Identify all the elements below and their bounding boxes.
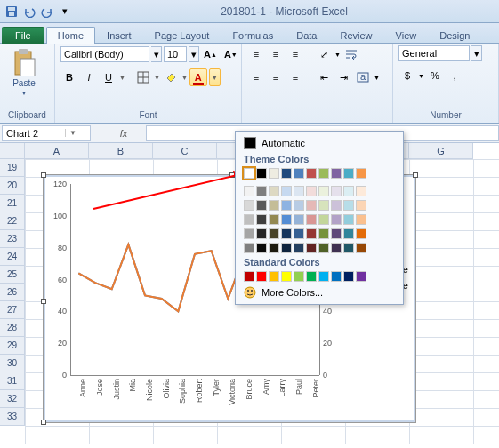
border-button[interactable] [134,68,152,86]
row-header[interactable]: 21 [0,195,25,212]
color-swatch[interactable] [281,186,292,196]
color-swatch[interactable] [306,271,317,282]
undo-icon[interactable] [21,4,37,20]
color-swatch[interactable] [256,186,267,196]
tab-data[interactable]: Data [285,27,328,44]
currency-button[interactable]: $ [398,67,416,84]
underline-button[interactable]: U [100,68,117,86]
fx-icon[interactable]: fx [115,128,133,139]
color-swatch[interactable] [281,228,292,239]
row-header[interactable]: 32 [0,390,25,408]
name-box-input[interactable] [3,128,65,139]
color-swatch[interactable] [331,168,342,179]
tab-file[interactable]: File [2,27,44,44]
color-swatch[interactable] [356,186,366,196]
more-colors-item[interactable]: More Colors... [238,284,400,301]
color-swatch[interactable] [281,168,292,179]
color-swatch[interactable] [269,186,279,196]
color-swatch[interactable] [343,200,354,211]
row-header[interactable]: 29 [0,337,25,355]
color-swatch[interactable] [244,214,254,225]
color-swatch[interactable] [306,228,317,239]
color-swatch[interactable] [343,168,354,179]
color-swatch[interactable] [269,200,279,211]
row-header[interactable]: 30 [0,355,25,372]
color-swatch[interactable] [356,271,366,282]
resize-handle[interactable] [41,420,46,425]
color-swatch[interactable] [356,168,366,179]
row-header[interactable]: 25 [0,266,25,284]
qat-dropdown-icon[interactable]: ▾ [57,4,73,20]
color-swatch[interactable] [294,243,304,253]
color-swatch[interactable] [269,228,279,239]
orientation-button[interactable]: ⤢ [315,45,333,63]
color-swatch[interactable] [244,168,254,179]
italic-button[interactable]: I [80,68,98,86]
decrease-indent-button[interactable]: ⇤ [315,68,333,86]
color-swatch[interactable] [343,186,354,196]
resize-handle[interactable] [41,299,46,304]
color-swatch[interactable] [269,214,279,225]
align-bottom-button[interactable]: ≡ [286,45,304,63]
resize-handle[interactable] [41,172,46,178]
fill-color-button[interactable] [162,68,180,86]
tab-insert[interactable]: Insert [95,27,143,44]
color-swatch[interactable] [244,228,254,239]
tab-page-layout[interactable]: Page Layout [143,27,221,44]
color-swatch[interactable] [331,243,342,253]
name-box[interactable]: ▼ [2,125,91,141]
percent-button[interactable]: % [426,67,444,84]
align-right-button[interactable]: ≡ [286,68,304,86]
color-swatch[interactable] [281,243,292,253]
color-swatch[interactable] [281,200,292,211]
row-header[interactable]: 24 [0,248,25,266]
font-name-combo[interactable] [60,46,149,62]
color-swatch[interactable] [318,271,329,282]
column-header[interactable]: C [153,143,217,159]
align-middle-button[interactable]: ≡ [267,45,285,63]
tab-formulas[interactable]: Formulas [221,27,285,44]
color-swatch[interactable] [306,243,317,253]
color-swatch[interactable] [294,228,304,239]
increase-indent-button[interactable]: ⇥ [334,68,352,86]
color-swatch[interactable] [269,271,279,282]
tab-home[interactable]: Home [46,27,95,44]
color-swatch[interactable] [256,228,267,239]
number-format-dropdown[interactable]: ▾ [471,45,482,61]
color-swatch[interactable] [256,168,267,179]
color-swatch[interactable] [294,186,304,196]
merge-button[interactable]: a [354,68,372,86]
automatic-color-item[interactable]: Automatic [238,134,400,152]
color-swatch[interactable] [343,228,354,239]
row-header[interactable]: 20 [0,177,25,195]
align-top-button[interactable]: ≡ [247,45,265,63]
row-header[interactable]: 33 [0,408,25,426]
color-swatch[interactable] [343,214,354,225]
tab-design[interactable]: Design [428,27,481,44]
color-swatch[interactable] [331,214,342,225]
color-swatch[interactable] [318,168,329,179]
color-swatch[interactable] [318,186,329,196]
color-swatch[interactable] [294,168,304,179]
color-swatch[interactable] [294,200,304,211]
font-color-button[interactable]: A [189,68,207,86]
paste-button[interactable]: Paste ▼ [5,45,43,99]
column-header[interactable]: A [25,143,89,159]
color-swatch[interactable] [294,271,304,282]
color-swatch[interactable] [306,214,317,225]
row-header[interactable]: 22 [0,212,25,230]
color-swatch[interactable] [331,228,342,239]
font-size-combo[interactable] [164,46,187,62]
color-swatch[interactable] [356,200,366,211]
column-header[interactable]: B [89,143,153,159]
row-header[interactable]: 27 [0,301,25,319]
color-swatch[interactable] [331,271,342,282]
color-swatch[interactable] [343,271,354,282]
color-swatch[interactable] [318,243,329,253]
comma-button[interactable]: , [446,67,463,84]
bold-button[interactable]: B [60,68,78,86]
resize-handle[interactable] [413,172,418,178]
tab-review[interactable]: Review [328,27,383,44]
color-swatch[interactable] [269,168,279,179]
grow-font-button[interactable]: A▲ [201,45,220,63]
